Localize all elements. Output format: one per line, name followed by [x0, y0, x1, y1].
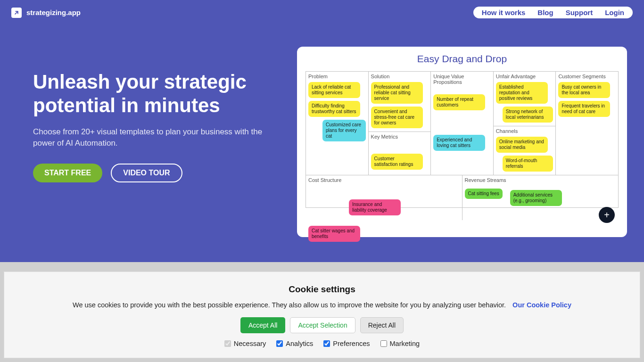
note[interactable]: Difficulty finding trustworthy cat sitte… — [308, 101, 360, 117]
checkbox-necessary — [224, 340, 231, 347]
note[interactable]: Number of repeat customers — [433, 94, 485, 110]
label-key-metrics: Key Metrics — [371, 134, 429, 140]
label-uvp: Unique Value Propositions — [433, 74, 491, 85]
checkbox-analytics[interactable] — [276, 340, 283, 347]
cookie-desc: We use cookies to provide you with the b… — [18, 301, 626, 309]
note[interactable]: Customer satisfaction ratings — [371, 154, 423, 170]
note[interactable]: Professional and reliable cat sitting se… — [371, 82, 423, 104]
nav-blog[interactable]: Blog — [537, 8, 553, 16]
accept-all-button[interactable]: Accept All — [240, 317, 285, 333]
hero-title: Unleash your strategic potential in minu… — [33, 70, 283, 118]
start-free-button[interactable]: START FREE — [33, 164, 102, 182]
nav-pill: How it works Blog Support Login — [473, 7, 633, 18]
note[interactable]: Busy cat owners in the local area — [558, 82, 610, 98]
note[interactable]: Insurance and liability coverage — [349, 199, 401, 215]
logo[interactable]: strategizing.app — [11, 8, 81, 18]
note[interactable]: Frequent travelers in need of cat care — [558, 101, 610, 117]
opt-analytics[interactable]: Analytics — [276, 340, 313, 347]
label-segments: Customer Segments — [558, 74, 616, 79]
opt-marketing[interactable]: Marketing — [380, 340, 420, 347]
nav-login[interactable]: Login — [605, 8, 624, 16]
video-tour-button[interactable]: VIDEO TOUR — [111, 164, 182, 182]
add-button[interactable]: + — [599, 207, 615, 223]
label-revenue: Revenue Streams — [465, 177, 616, 183]
note[interactable]: Experienced and loving cat sitters — [433, 135, 485, 151]
cookie-title: Cookie settings — [18, 284, 626, 295]
lean-canvas-grid: Problem Lack of reliable cat sitting ser… — [305, 71, 619, 208]
note[interactable]: Cat sitter wages and benefits — [308, 226, 360, 242]
logo-icon — [11, 8, 22, 18]
cookie-desc-text: We use cookies to provide you with the b… — [73, 301, 506, 309]
label-unfair: Unfair Advantage — [496, 74, 553, 79]
label-problem: Problem — [308, 74, 366, 79]
note[interactable]: Additional services (e.g., grooming) — [510, 190, 562, 206]
cookie-policy-link[interactable]: Our Cookie Policy — [512, 301, 571, 309]
note[interactable]: Lack of reliable cat sitting services — [308, 82, 360, 98]
canvas-panel: Easy Drag and Drop Problem Lack of relia… — [297, 47, 627, 237]
brand-name: strategizing.app — [26, 8, 81, 16]
checkbox-marketing[interactable] — [380, 340, 387, 347]
opt-preferences[interactable]: Preferences — [323, 340, 370, 347]
label-channels: Channels — [496, 128, 553, 134]
checkbox-preferences[interactable] — [323, 340, 330, 347]
label-solution: Solution — [371, 74, 429, 79]
header-bar: strategizing.app How it works Blog Suppo… — [0, 0, 644, 18]
reject-all-button[interactable]: Reject All — [360, 317, 404, 333]
note[interactable]: Customized care plans for every cat — [322, 120, 366, 141]
plus-icon: + — [604, 210, 610, 221]
label-cost: Cost Structure — [308, 177, 460, 183]
note[interactable]: Convenient and stress-free cat care for … — [371, 107, 423, 128]
hero-subtitle: Choose from 20+ visual templates to plan… — [33, 126, 283, 149]
nav-how-it-works[interactable]: How it works — [482, 8, 526, 16]
note[interactable]: Established reputation and positive revi… — [496, 82, 548, 104]
canvas-title: Easy Drag and Drop — [305, 53, 619, 65]
note[interactable]: Cat sitting fees — [465, 189, 503, 199]
hero-left: Unleash your strategic potential in minu… — [33, 47, 283, 237]
nav-support[interactable]: Support — [566, 8, 593, 16]
note[interactable]: Word-of-mouth referrals — [503, 156, 553, 172]
opt-necessary[interactable]: Necessary — [224, 340, 266, 347]
accept-selection-button[interactable]: Accept Selection — [290, 317, 355, 333]
cookie-banner: Cookie settings We use cookies to provid… — [4, 272, 640, 358]
note[interactable]: Strong network of local veterinarians — [503, 107, 553, 123]
note[interactable]: Online marketing and social media — [496, 137, 548, 153]
